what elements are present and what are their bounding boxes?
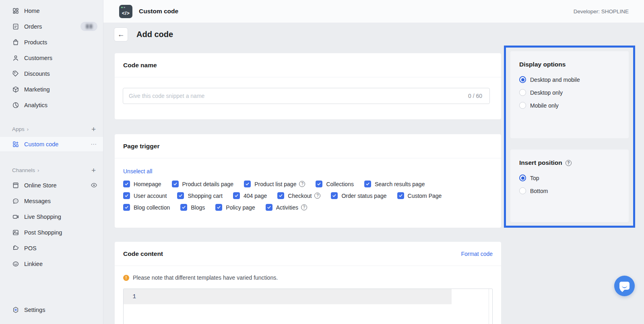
checkbox-checked-icon [172, 181, 179, 187]
settings-gear-icon [12, 306, 19, 314]
insert-position-card: Insert position ? Top Bottom [510, 150, 629, 222]
checkbox-user-account[interactable]: User account [123, 192, 167, 199]
checkbox-checkout[interactable]: Checkout ? [277, 192, 320, 199]
editor-scrollbar[interactable] [489, 289, 489, 324]
radio-desktop-only[interactable]: Desktop only [519, 89, 620, 96]
checkbox-product-list-page[interactable]: Product list page ? [244, 181, 305, 187]
page-trigger-row-2: User account Shopping cart 404 page [123, 192, 493, 199]
checkbox-search-results-page[interactable]: Search results page [364, 181, 425, 187]
radio-unselected-icon [519, 102, 526, 109]
radio-desktop-and-mobile[interactable]: Desktop and mobile [519, 76, 620, 83]
checkbox-label: 404 page [244, 193, 267, 199]
radio-label: Top [530, 175, 539, 181]
messages-icon [12, 197, 19, 205]
code-name-card: Code name 0 / 60 [115, 53, 501, 119]
sidebar-item-marketing[interactable]: Marketing [0, 81, 103, 97]
checkbox-homepage[interactable]: Homepage [123, 181, 161, 187]
sidebar-item-products[interactable]: Products [0, 34, 103, 50]
sidebar-item-messages[interactable]: Messages [0, 193, 103, 209]
apps-section-label: Apps [12, 126, 25, 132]
settings-highlight-box: Display options Desktop and mobile Deskt… [504, 46, 635, 228]
sidebar-item-settings[interactable]: Settings [0, 302, 103, 318]
radio-unselected-icon [519, 89, 526, 96]
preview-eye-icon[interactable] [91, 182, 97, 189]
add-app-button[interactable]: + [91, 125, 96, 133]
sidebar-item-post-shopping[interactable]: Post Shopping [0, 224, 103, 240]
sidebar-item-online-store[interactable]: Online Store [0, 177, 103, 193]
checkbox-label: Search results page [375, 181, 425, 187]
sidebar-item-orders[interactable]: Orders [0, 19, 103, 34]
checkbox-blog-collection[interactable]: Blog collection [123, 204, 170, 211]
channels-section-header: Channels › + [0, 163, 103, 177]
sidebar-item-pos[interactable]: POS [0, 240, 103, 256]
help-icon[interactable]: ? [299, 181, 305, 187]
sidebar-item-custom-code[interactable]: Custom code ⋯ [0, 136, 103, 152]
editor-active-line [124, 289, 452, 304]
chat-support-button[interactable] [614, 276, 635, 296]
unselect-all-link[interactable]: Unselect all [123, 168, 152, 174]
back-button[interactable]: ← [114, 27, 128, 42]
checkbox-shopping-cart[interactable]: Shopping cart [177, 192, 222, 199]
code-name-input[interactable] [129, 93, 463, 99]
checkbox-policy-page[interactable]: Policy page [215, 204, 255, 211]
checkbox-blogs[interactable]: Blogs [180, 204, 205, 211]
format-code-link[interactable]: Format code [461, 251, 493, 257]
checkbox-checked-icon [364, 181, 371, 187]
code-content-card: Code content Format code ! Please note t… [115, 242, 501, 324]
linkiee-icon [12, 260, 19, 268]
page-trigger-row-3: Blog collection Blogs Policy page A [123, 204, 493, 211]
page-trigger-card-header: Page trigger [115, 134, 501, 158]
checkbox-404-page[interactable]: 404 page [233, 192, 267, 199]
radio-selected-icon [519, 76, 526, 83]
radio-mobile-only[interactable]: Mobile only [519, 102, 620, 109]
sidebar-item-analytics[interactable]: Analytics [0, 97, 103, 113]
sidebar: Home Orders Products Customers Discou [0, 0, 103, 324]
checkbox-custom-page[interactable]: Custom Page [397, 192, 442, 199]
sidebar-item-home[interactable]: Home [0, 3, 103, 19]
sidebar-item-customers[interactable]: Customers [0, 50, 103, 66]
template-warning: ! Please note that different templates h… [123, 274, 493, 281]
radio-top[interactable]: Top [519, 174, 620, 181]
custom-code-app-badge-icon: </> [119, 5, 132, 18]
radio-bottom[interactable]: Bottom [519, 187, 620, 194]
help-icon[interactable]: ? [301, 204, 307, 210]
pos-icon [12, 245, 19, 252]
sidebar-item-linkiee[interactable]: Linkiee [0, 256, 103, 272]
analytics-icon [12, 102, 19, 109]
checkbox-checked-icon [266, 204, 272, 211]
checkbox-checked-icon [331, 192, 338, 199]
radio-label: Mobile only [530, 102, 559, 109]
sidebar-item-live-shopping[interactable]: Live Shopping [0, 209, 103, 224]
sidebar-item-discounts[interactable]: Discounts [0, 66, 103, 81]
checkbox-label: Shopping cart [188, 193, 222, 199]
checkbox-collections[interactable]: Collections [316, 181, 353, 187]
help-icon[interactable]: ? [314, 193, 320, 199]
checkbox-label: Policy page [226, 204, 255, 211]
chevron-right-icon: › [27, 126, 29, 132]
checkbox-product-details-page[interactable]: Product details page [172, 181, 234, 187]
code-editor[interactable]: 1 [123, 289, 493, 324]
help-icon[interactable]: ? [566, 160, 572, 166]
code-name-card-header: Code name [115, 53, 501, 77]
checkbox-activities[interactable]: Activities ? [266, 204, 307, 211]
page-header: ← Add code [114, 27, 173, 42]
page-trigger-card: Page trigger Unselect all Homepage Produ… [115, 134, 501, 228]
chevron-right-icon: › [37, 167, 39, 173]
sidebar-item-label: Online Store [24, 182, 91, 189]
checkbox-checked-icon [233, 192, 240, 199]
back-arrow-icon: ← [118, 30, 125, 39]
page-trigger-title: Page trigger [123, 143, 159, 150]
checkbox-label: Blogs [191, 204, 205, 211]
add-channel-button[interactable]: + [91, 166, 96, 174]
sidebar-item-label: Live Shopping [24, 214, 97, 220]
checkbox-checked-icon [277, 192, 284, 199]
sidebar-item-label: Post Shopping [24, 229, 97, 236]
channels-section-toggle[interactable]: Channels › [12, 167, 91, 173]
apps-section-toggle[interactable]: Apps › [12, 126, 91, 132]
sidebar-item-label: Customers [24, 55, 97, 61]
main-content: ← Add code Code name 0 / 60 Page trigger… [103, 23, 644, 324]
more-options-icon[interactable]: ⋯ [91, 141, 97, 148]
insert-position-title: Insert position ? [519, 159, 620, 166]
checkbox-order-status-page[interactable]: Order status page [331, 192, 386, 199]
checkbox-checked-icon [180, 204, 187, 211]
